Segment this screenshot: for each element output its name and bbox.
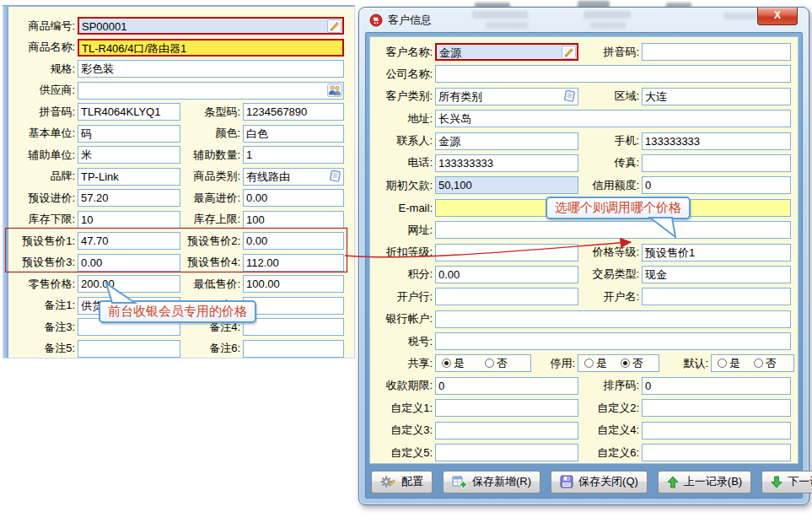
- default-radio-yes[interactable]: 是: [718, 356, 740, 371]
- barcode-field[interactable]: 1234567890: [243, 103, 344, 121]
- preset-price-1-field[interactable]: 47.70: [78, 232, 180, 250]
- preset-price-4-field[interactable]: 112.00: [243, 254, 344, 272]
- config-button[interactable]: 配置: [371, 471, 433, 493]
- aux-unit-value: 米: [81, 148, 92, 163]
- company-name-field[interactable]: [435, 65, 791, 83]
- button-label: 保存新增(R): [472, 474, 531, 489]
- customer-name-label: 客户名称:: [372, 45, 435, 60]
- credit-limit-field[interactable]: 0: [642, 176, 791, 194]
- radio-unchecked-icon: [485, 359, 494, 368]
- fax-label: 传真:: [578, 155, 642, 170]
- note-1-label: 备注1:: [16, 298, 78, 313]
- retail-price-field[interactable]: 200.00: [78, 275, 180, 293]
- discount-level-field[interactable]: [435, 244, 578, 262]
- form-row: 规格:彩色装: [16, 60, 354, 78]
- max-purchase-price-field[interactable]: 0.00: [243, 189, 344, 207]
- close-button[interactable]: X: [757, 8, 798, 25]
- notebook-icon[interactable]: [328, 170, 342, 183]
- custom-1-field[interactable]: [435, 399, 578, 417]
- preset-purchase-price-field[interactable]: 57.20: [78, 189, 180, 207]
- note-2-field[interactable]: [243, 297, 344, 315]
- transaction-type-field[interactable]: 现金: [642, 266, 791, 283]
- aux-quantity-field[interactable]: 1: [243, 146, 344, 164]
- credit-limit-value: 0: [645, 178, 651, 193]
- edit-icon[interactable]: [562, 46, 576, 59]
- dialog-title: 客户信息: [388, 13, 432, 28]
- share-radio-no[interactable]: 否: [485, 356, 508, 371]
- preset-price-3-field[interactable]: 0.00: [78, 254, 180, 272]
- custom-2-field[interactable]: [642, 399, 791, 417]
- product-code-field[interactable]: SP00001: [78, 17, 344, 35]
- opening-balance-field[interactable]: 50,100: [435, 176, 578, 194]
- custom-4-label: 自定义4:: [578, 423, 642, 438]
- brand-field[interactable]: TP-Link: [78, 168, 180, 186]
- default-radio-no[interactable]: 否: [754, 356, 777, 371]
- sort-code-label: 排序码:: [578, 378, 642, 393]
- customer-info-dialog: 客户信息 X 客户名称:金源拼音码:公司名称:客户类别:所有类别区域:大连地址:…: [358, 7, 809, 505]
- edit-icon[interactable]: [327, 19, 341, 33]
- bank-branch-field[interactable]: [435, 288, 578, 305]
- notebook-icon[interactable]: [562, 89, 577, 103]
- aux-unit-field[interactable]: 米: [78, 146, 180, 164]
- pinyin-code-field[interactable]: [642, 43, 791, 61]
- disable-radio-no[interactable]: 否: [621, 356, 643, 371]
- contact-person-field[interactable]: 金源: [435, 132, 578, 150]
- fax-field[interactable]: [642, 154, 791, 172]
- preset-price-2-label: 预设售价2:: [180, 234, 243, 249]
- customer-name-field[interactable]: 金源: [435, 43, 578, 61]
- tax-number-field[interactable]: [435, 332, 791, 350]
- custom-5-field[interactable]: [435, 444, 578, 461]
- base-unit-field[interactable]: 码: [78, 125, 180, 143]
- mobile-field[interactable]: 133333333: [642, 132, 791, 150]
- spec-field[interactable]: 彩色装: [78, 60, 344, 78]
- radio-checked-icon: [621, 359, 630, 368]
- note-4-field[interactable]: [243, 318, 344, 336]
- share-radio-yes[interactable]: 是: [442, 356, 465, 371]
- phone-field[interactable]: 133333333: [435, 154, 578, 172]
- min-sale-price-value: 100.00: [246, 277, 280, 292]
- customer-category-field[interactable]: 所有类别: [435, 88, 578, 105]
- website-field[interactable]: [435, 221, 791, 239]
- min-sale-price-label: 最低售价:: [180, 277, 243, 292]
- points-field[interactable]: 0.00: [435, 266, 578, 283]
- product-category-field[interactable]: 有线路由: [243, 168, 344, 186]
- bank-account-field[interactable]: [435, 310, 791, 328]
- form-row: 网址:: [372, 221, 798, 239]
- note-6-label: 备注6:: [180, 341, 243, 356]
- product-name-field[interactable]: TL-R406/4口/路由器1: [78, 39, 344, 57]
- stock-upper-limit-field[interactable]: 100: [243, 211, 344, 229]
- supplier-field[interactable]: [78, 82, 344, 100]
- stock-lower-limit-field[interactable]: 10: [78, 211, 180, 229]
- custom-3-field[interactable]: [435, 422, 578, 439]
- max-purchase-price-label: 最高进价:: [180, 191, 243, 206]
- disable-radio-yes[interactable]: 是: [584, 356, 607, 371]
- payment-period-field[interactable]: 0: [435, 377, 578, 395]
- sort-code-field[interactable]: 0: [642, 377, 791, 395]
- customer-form-area: 客户名称:金源拼音码:公司名称:客户类别:所有类别区域:大连地址:长兴岛联系人:…: [369, 36, 799, 464]
- next-record-button[interactable]: 下一记录(N): [761, 471, 812, 493]
- aux-quantity-value: 1: [246, 148, 252, 163]
- preset-price-2-field[interactable]: 0.00: [243, 232, 344, 250]
- website-label: 网址:: [372, 223, 435, 238]
- custom-4-field[interactable]: [642, 422, 791, 439]
- points-label: 积分:: [372, 267, 435, 282]
- color-field[interactable]: 白色: [243, 125, 344, 143]
- radio-option-label: 否: [766, 356, 777, 371]
- pinyin-code-field[interactable]: TLR4064KLYQ1: [78, 103, 180, 121]
- note-5-field[interactable]: [78, 340, 180, 358]
- note-6-field[interactable]: [243, 340, 344, 358]
- background-blur-artifact: [723, 13, 757, 19]
- customer-category-label: 客户类别:: [372, 89, 435, 104]
- save-close-button[interactable]: 保存关闭(Q): [551, 471, 648, 493]
- price-level-field[interactable]: 预设售价1: [642, 244, 791, 262]
- account-name-field[interactable]: [642, 288, 791, 305]
- save-new-button[interactable]: 保存新增(R): [443, 471, 540, 493]
- custom-6-field[interactable]: [642, 444, 791, 461]
- region-field[interactable]: 大连: [642, 88, 791, 105]
- prev-record-button[interactable]: 上一记录(B): [658, 471, 751, 493]
- min-sale-price-field[interactable]: 100.00: [243, 275, 344, 293]
- preset-price-1-value: 47.70: [81, 234, 109, 249]
- save-new-icon: [452, 475, 467, 488]
- people-icon[interactable]: [327, 84, 342, 97]
- address-field[interactable]: 长兴岛: [435, 110, 791, 127]
